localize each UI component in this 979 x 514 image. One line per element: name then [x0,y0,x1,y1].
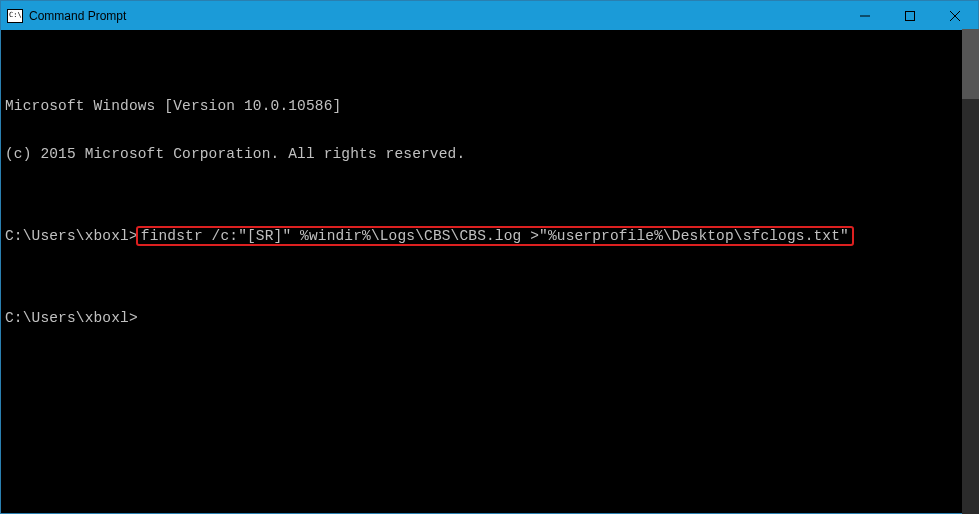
terminal-prompt-line: C:\Users\xboxl> [5,310,957,326]
prompt-text: C:\Users\xboxl> [5,228,138,244]
vertical-scrollbar[interactable] [962,29,979,514]
command-highlight: findstr /c:"[SR]" %windir%\Logs\CBS\CBS.… [136,226,854,246]
terminal-content: Microsoft Windows [Version 10.0.10586] (… [5,66,957,358]
minimize-button[interactable] [842,1,887,30]
window-titlebar: C:\ Command Prompt [1,1,978,30]
command-text: findstr /c:"[SR]" %windir%\Logs\CBS\CBS.… [141,228,849,244]
scrollbar-thumb[interactable] [962,29,979,99]
terminal-line-copyright: (c) 2015 Microsoft Corporation. All righ… [5,146,957,162]
terminal-line-version: Microsoft Windows [Version 10.0.10586] [5,98,957,114]
maximize-icon [905,11,915,21]
prompt-text: C:\Users\xboxl> [5,310,138,326]
terminal-area[interactable]: Microsoft Windows [Version 10.0.10586] (… [1,30,978,513]
close-icon [950,11,960,21]
terminal-command-line: C:\Users\xboxl>findstr /c:"[SR]" %windir… [5,226,957,246]
svg-rect-1 [905,11,914,20]
maximize-button[interactable] [887,1,932,30]
window-controls [842,1,978,30]
cmd-icon: C:\ [7,9,23,23]
minimize-icon [860,11,870,21]
close-button[interactable] [932,1,978,30]
window-title: Command Prompt [29,9,126,23]
terminal-cursor [138,312,146,326]
